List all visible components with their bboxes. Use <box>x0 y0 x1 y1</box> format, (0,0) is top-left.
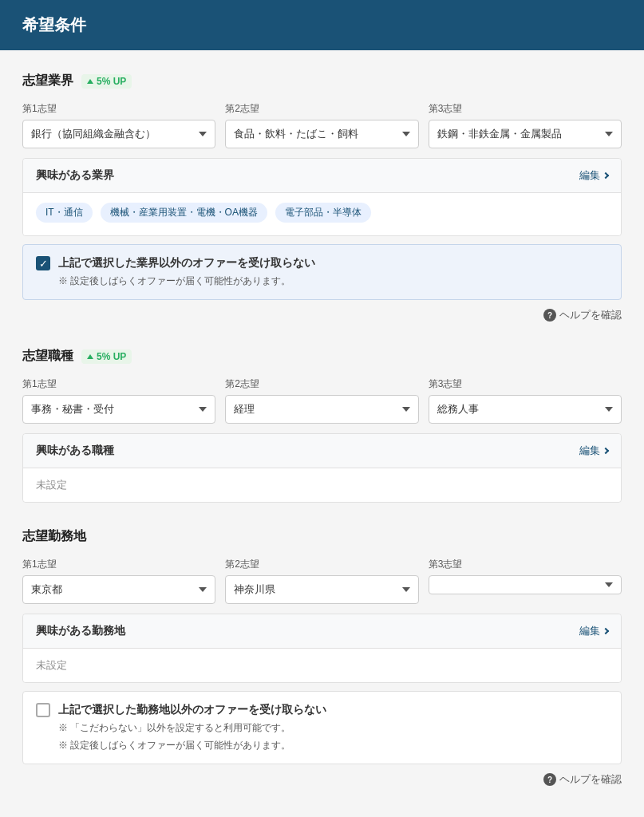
industry-first-select[interactable]: 銀行（協同組織金融含む） <box>22 120 215 148</box>
job-first-label: 第1志望 <box>22 377 215 391</box>
job-choices-row: 第1志望 事務・秘書・受付 第2志望 経理 第3志望 総務人事 <box>22 377 622 424</box>
job-first-choice-group: 第1志望 事務・秘書・受付 <box>22 377 215 424</box>
page-header: 希望条件 <box>0 0 644 50</box>
edit-chevron-icon <box>603 172 609 179</box>
location-help-icon: ? <box>543 773 556 786</box>
industry-checkbox-card: ✓ 上記で選択した業界以外のオファーを受け取らない ※ 設定後しばらくオファーが… <box>22 244 622 300</box>
location-checkbox-note2: ※ 設定後しばらくオファーが届く可能性があります。 <box>58 739 608 752</box>
interested-job-card: 興味がある職種 編集 未設定 <box>22 433 622 503</box>
industry-choices-row: 第1志望 銀行（協同組織金融含む） 第2志望 食品・飲料・たばこ・飼料 第3志望… <box>22 102 622 148</box>
interested-job-title: 興味がある職種 <box>36 444 114 458</box>
location-second-select[interactable]: 神奈川県 <box>225 575 418 604</box>
job-edit-chevron-icon <box>603 448 609 454</box>
location-first-label: 第1志望 <box>22 558 215 571</box>
location-help-link[interactable]: ? ヘルプを確認 <box>543 772 622 787</box>
job-third-choice-group: 第3志望 総務人事 <box>429 377 622 424</box>
industry-section: 志望業界 5% UP 第1志望 銀行（協同組織金融含む） 第2志望 食品・飲料・… <box>22 73 622 322</box>
interested-industry-edit-link[interactable]: 編集 <box>579 168 608 183</box>
job-first-value: 事務・秘書・受付 <box>31 402 192 416</box>
industry-second-label: 第2志望 <box>225 102 418 116</box>
industry-tag-machine: 機械・産業用装置・電機・OA機器 <box>101 203 267 223</box>
location-unset-text: 未設定 <box>36 659 67 671</box>
interested-location-card-header: 興味がある勤務地 編集 <box>23 614 621 649</box>
industry-second-select[interactable]: 食品・飲料・たばこ・飼料 <box>225 120 418 148</box>
job-third-arrow-icon <box>605 407 613 412</box>
location-title: 志望勤務地 <box>22 528 86 545</box>
industry-first-label: 第1志望 <box>22 102 215 116</box>
location-third-arrow-icon <box>605 582 613 587</box>
industry-third-value: 鉄鋼・非鉄金属・金属製品 <box>437 127 599 141</box>
location-edit-chevron-icon <box>603 628 609 634</box>
interested-job-card-header: 興味がある職種 編集 <box>23 434 621 468</box>
location-third-choice-group: 第3志望 <box>429 558 622 604</box>
interested-industry-card-header: 興味がある業界 編集 <box>23 159 621 193</box>
job-unset-text: 未設定 <box>36 479 67 491</box>
job-first-arrow-icon <box>199 407 207 412</box>
interested-location-card: 興味がある勤務地 編集 未設定 <box>22 614 622 683</box>
industry-title-row: 志望業界 5% UP <box>22 73 622 89</box>
job-title-row: 志望職種 5% UP <box>22 348 622 365</box>
job-third-select[interactable]: 総務人事 <box>429 395 622 424</box>
checkmark-icon: ✓ <box>39 259 48 269</box>
job-second-arrow-icon <box>402 407 410 412</box>
location-first-arrow-icon <box>199 587 207 592</box>
interested-industry-card: 興味がある業界 編集 IT・通信 機械・産業用装置・電機・OA機器 電子部品・半… <box>22 158 622 236</box>
location-checkbox-card: 上記で選択した勤務地以外のオファーを受け取らない ※ 「こだわらない」以外を設定… <box>22 691 622 764</box>
industry-badge: 5% UP <box>81 74 132 89</box>
job-badge: 5% UP <box>81 349 132 364</box>
job-second-choice-group: 第2志望 経理 <box>225 377 418 424</box>
industry-tag-electronics: 電子部品・半導体 <box>275 203 371 223</box>
location-checkbox-row[interactable]: 上記で選択した勤務地以外のオファーを受け取らない <box>36 703 608 717</box>
interested-industry-title: 興味がある業界 <box>36 168 114 183</box>
industry-checkbox[interactable]: ✓ <box>36 256 50 270</box>
help-icon: ? <box>543 309 556 322</box>
job-third-value: 総務人事 <box>437 402 599 416</box>
job-second-value: 経理 <box>234 402 395 416</box>
interested-location-title: 興味がある勤務地 <box>36 624 125 638</box>
location-second-value: 神奈川県 <box>234 582 395 597</box>
interested-location-edit-link[interactable]: 編集 <box>579 624 608 638</box>
industry-second-choice-group: 第2志望 食品・飲料・たばこ・飼料 <box>225 102 418 148</box>
interested-industry-card-body: IT・通信 機械・産業用装置・電機・OA機器 電子部品・半導体 <box>23 193 621 235</box>
industry-third-arrow-icon <box>605 132 613 136</box>
interested-location-card-body: 未設定 <box>23 649 621 682</box>
industry-title: 志望業界 <box>22 73 73 89</box>
job-first-select[interactable]: 事務・秘書・受付 <box>22 395 215 424</box>
industry-third-label: 第3志望 <box>429 102 622 116</box>
industry-help-link[interactable]: ? ヘルプを確認 <box>543 308 622 322</box>
job-second-select[interactable]: 経理 <box>225 395 418 424</box>
industry-help-row: ? ヘルプを確認 <box>22 308 622 322</box>
industry-tag-it: IT・通信 <box>36 203 93 223</box>
location-section: 志望勤務地 第1志望 東京都 第2志望 神奈川県 第3志望 <box>22 528 622 787</box>
location-help-row: ? ヘルプを確認 <box>22 772 622 787</box>
arrow-up-icon <box>87 79 93 84</box>
industry-second-value: 食品・飲料・たばこ・飼料 <box>234 127 395 141</box>
location-first-select[interactable]: 東京都 <box>22 575 215 604</box>
job-arrow-up-icon <box>87 354 93 359</box>
location-third-label: 第3志望 <box>429 558 622 571</box>
industry-first-arrow-icon <box>199 132 207 136</box>
location-first-choice-group: 第1志望 東京都 <box>22 558 215 604</box>
location-second-label: 第2志望 <box>225 558 418 571</box>
location-second-choice-group: 第2志望 神奈川県 <box>225 558 418 604</box>
industry-second-arrow-icon <box>402 132 410 136</box>
industry-third-select[interactable]: 鉄鋼・非鉄金属・金属製品 <box>429 120 622 148</box>
job-second-label: 第2志望 <box>225 377 418 391</box>
interested-job-card-body: 未設定 <box>23 468 621 502</box>
industry-first-choice-group: 第1志望 銀行（協同組織金融含む） <box>22 102 215 148</box>
interested-job-edit-link[interactable]: 編集 <box>579 444 608 458</box>
location-checkbox[interactable] <box>36 703 50 717</box>
location-first-value: 東京都 <box>31 582 192 597</box>
location-second-arrow-icon <box>402 587 410 592</box>
location-checkbox-label: 上記で選択した勤務地以外のオファーを受け取らない <box>58 703 326 717</box>
job-title: 志望職種 <box>22 348 73 365</box>
industry-checkbox-label: 上記で選択した業界以外のオファーを受け取らない <box>58 256 315 270</box>
location-choices-row: 第1志望 東京都 第2志望 神奈川県 第3志望 <box>22 558 622 604</box>
industry-checkbox-row[interactable]: ✓ 上記で選択した業界以外のオファーを受け取らない <box>36 256 608 270</box>
location-third-select[interactable] <box>429 575 622 594</box>
industry-checkbox-note: ※ 設定後しばらくオファーが届く可能性があります。 <box>58 274 608 288</box>
industry-first-value: 銀行（協同組織金融含む） <box>31 127 192 141</box>
page-content: 志望業界 5% UP 第1志望 銀行（協同組織金融含む） 第2志望 食品・飲料・… <box>0 50 644 817</box>
job-third-label: 第3志望 <box>429 377 622 391</box>
location-checkbox-note1: ※ 「こだわらない」以外を設定すると利用可能です。 <box>58 721 608 735</box>
